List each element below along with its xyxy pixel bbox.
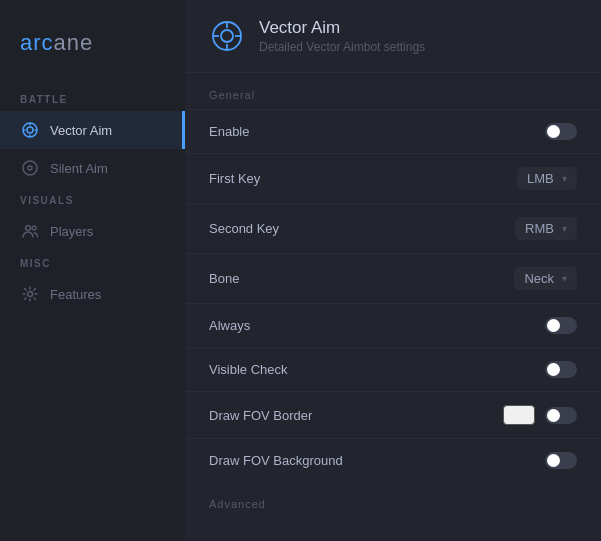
page-title: Vector Aim xyxy=(259,18,425,38)
page-header-text: Vector Aim Detailed Vector Aimbot settin… xyxy=(259,18,425,54)
setting-label-first-key: First Key xyxy=(209,171,260,186)
sidebar-item-silent-aim[interactable]: Silent Aim xyxy=(0,149,185,187)
general-label: General xyxy=(185,73,601,109)
setting-label-always: Always xyxy=(209,318,250,333)
first-key-value: LMB xyxy=(527,171,554,186)
setting-control-always xyxy=(545,317,577,334)
setting-row-enable: Enable xyxy=(185,109,601,153)
sidebar-item-label-silent-aim: Silent Aim xyxy=(50,161,108,176)
logo-rest: ane xyxy=(54,30,94,55)
setting-label-bone: Bone xyxy=(209,271,239,286)
svg-point-9 xyxy=(32,226,36,230)
enable-toggle[interactable] xyxy=(545,123,577,140)
setting-control-bone: Neck ▾ xyxy=(514,267,577,290)
setting-row-draw-fov-border: Draw FOV Border xyxy=(185,391,601,438)
page-subtitle: Detailed Vector Aimbot settings xyxy=(259,40,425,54)
draw-fov-border-toggle[interactable] xyxy=(545,407,577,424)
always-toggle[interactable] xyxy=(545,317,577,334)
crosshair-icon xyxy=(20,120,40,140)
main-content: Vector Aim Detailed Vector Aimbot settin… xyxy=(185,0,601,541)
chevron-down-icon: ▾ xyxy=(562,173,567,184)
chevron-down-icon-3: ▾ xyxy=(562,273,567,284)
setting-row-draw-fov-background: Draw FOV Background xyxy=(185,438,601,482)
setting-label-draw-fov-background: Draw FOV Background xyxy=(209,453,343,468)
visible-check-toggle[interactable] xyxy=(545,361,577,378)
section-label-misc: Misc xyxy=(0,250,185,275)
setting-row-bone: Bone Neck ▾ xyxy=(185,253,601,303)
bone-value: Neck xyxy=(524,271,554,286)
page-icon xyxy=(209,18,245,54)
sidebar-item-vector-aim[interactable]: Vector Aim xyxy=(0,111,185,149)
setting-row-second-key: Second Key RMB ▾ xyxy=(185,203,601,253)
section-label-visuals: Visuals xyxy=(0,187,185,212)
sidebar: arcane Battle Vector Aim Silent Aim Visu… xyxy=(0,0,185,541)
logo-arc: arc xyxy=(20,30,54,55)
setting-label-enable: Enable xyxy=(209,124,249,139)
second-key-value: RMB xyxy=(525,221,554,236)
target-icon xyxy=(20,158,40,178)
chevron-down-icon-2: ▾ xyxy=(562,223,567,234)
second-key-dropdown[interactable]: RMB ▾ xyxy=(515,217,577,240)
sidebar-item-features[interactable]: Features xyxy=(0,275,185,313)
first-key-dropdown[interactable]: LMB ▾ xyxy=(517,167,577,190)
svg-point-7 xyxy=(28,166,32,170)
svg-point-8 xyxy=(26,226,31,231)
svg-point-10 xyxy=(28,292,33,297)
setting-control-draw-fov-background xyxy=(545,452,577,469)
setting-control-first-key: LMB ▾ xyxy=(517,167,577,190)
fov-border-color-preview[interactable] xyxy=(503,405,535,425)
setting-control-second-key: RMB ▾ xyxy=(515,217,577,240)
svg-point-12 xyxy=(221,30,233,42)
advanced-label: Advanced xyxy=(185,482,601,518)
users-icon xyxy=(20,221,40,241)
bone-dropdown[interactable]: Neck ▾ xyxy=(514,267,577,290)
sidebar-item-label-vector-aim: Vector Aim xyxy=(50,123,112,138)
gear-icon xyxy=(20,284,40,304)
setting-control-enable xyxy=(545,123,577,140)
svg-point-1 xyxy=(27,127,33,133)
setting-label-visible-check: Visible Check xyxy=(209,362,288,377)
setting-control-draw-fov-border xyxy=(503,405,577,425)
section-label-battle: Battle xyxy=(0,86,185,111)
page-header: Vector Aim Detailed Vector Aimbot settin… xyxy=(185,0,601,73)
sidebar-item-label-players: Players xyxy=(50,224,93,239)
logo-area: arcane xyxy=(0,20,185,86)
draw-fov-background-toggle[interactable] xyxy=(545,452,577,469)
sidebar-item-players[interactable]: Players xyxy=(0,212,185,250)
setting-label-draw-fov-border: Draw FOV Border xyxy=(209,408,312,423)
setting-label-second-key: Second Key xyxy=(209,221,279,236)
setting-row-visible-check: Visible Check xyxy=(185,347,601,391)
svg-point-6 xyxy=(23,161,37,175)
logo: arcane xyxy=(20,30,165,56)
sidebar-item-label-features: Features xyxy=(50,287,101,302)
settings-area: General Enable First Key LMB ▾ Second Ke… xyxy=(185,73,601,541)
setting-control-visible-check xyxy=(545,361,577,378)
setting-row-first-key: First Key LMB ▾ xyxy=(185,153,601,203)
setting-row-always: Always xyxy=(185,303,601,347)
